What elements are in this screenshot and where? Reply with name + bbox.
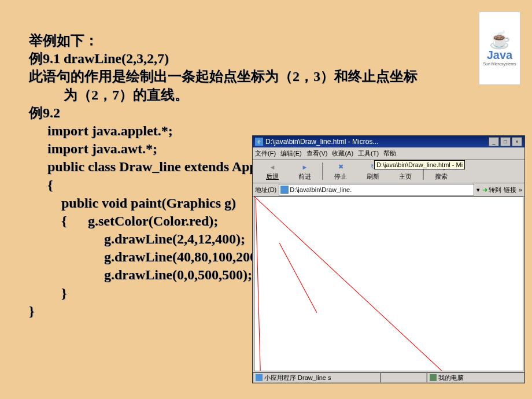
address-dropdown[interactable]: ▾ <box>476 186 480 194</box>
code-brace-open: { <box>61 212 84 230</box>
line-example-9-2: 例9.2 <box>29 104 486 122</box>
stop-label: 停止 <box>334 172 347 181</box>
window-title: D:\java\bin\Draw_line.html - Micros... <box>265 138 487 146</box>
code-setcolor: g.setColor(Color.red); <box>88 213 218 228</box>
address-text: D:\java\bin\Draw_line. <box>290 186 352 193</box>
maximize-button[interactable]: □ <box>500 137 511 146</box>
browser-window: e D:\java\bin\Draw_line.html - Micros...… <box>252 135 525 383</box>
go-icon: ➜ <box>482 186 487 194</box>
menu-file[interactable]: 文件(F) <box>255 149 276 158</box>
menubar: 文件(F) 编辑(E) 查看(V) 收藏(A) 工具(T) 帮助 <box>253 147 524 160</box>
forward-button[interactable]: ► 前进 <box>289 160 321 183</box>
menu-edit[interactable]: 编辑(E) <box>280 149 302 158</box>
status-left: 小应用程序 Draw_line s <box>253 372 380 383</box>
slide: ☕ Java Sun Microsystems 举例如下： 例9.1 drawL… <box>0 0 532 399</box>
ie-icon: e <box>255 138 263 146</box>
back-arrow-icon: ◄ <box>267 162 278 172</box>
applet-canvas <box>254 197 523 371</box>
forward-arrow-icon: ► <box>299 162 311 172</box>
menu-tools[interactable]: 工具(T) <box>358 149 379 158</box>
computer-icon <box>430 374 437 381</box>
forward-label: 前进 <box>298 172 311 181</box>
status-right-text: 我的电脑 <box>438 374 464 382</box>
address-input[interactable]: D:\java\bin\Draw_line. <box>279 184 474 195</box>
stop-button[interactable]: ✖ 停止 <box>324 160 357 183</box>
back-button[interactable]: ◄ 后退 <box>256 160 289 183</box>
address-bar: 地址(D) D:\java\bin\Draw_line. ▾ ➜ 转到 链接 » <box>253 183 524 197</box>
back-label: 后退 <box>266 172 279 181</box>
java-cup-icon: ☕ <box>489 31 511 49</box>
go-button[interactable]: ➜ 转到 <box>482 186 501 194</box>
links-expand[interactable]: » <box>519 186 522 193</box>
minimize-button[interactable]: _ <box>489 137 499 146</box>
status-bar: 小应用程序 Draw_line s 我的电脑 <box>253 372 524 383</box>
menu-view[interactable]: 查看(V) <box>306 149 328 158</box>
line-explain-2: 为（2，7）的直线。 <box>29 86 486 104</box>
go-label: 转到 <box>489 186 501 194</box>
status-mid <box>380 372 427 383</box>
page-icon <box>280 186 289 194</box>
stop-icon: ✖ <box>335 162 346 172</box>
svg-line-1 <box>279 243 317 312</box>
toolbar-separator <box>322 162 323 180</box>
links-label[interactable]: 链接 <box>504 186 516 194</box>
refresh-label: 刷新 <box>367 172 379 181</box>
search-label: 搜索 <box>435 172 448 181</box>
address-label: 地址(D) <box>255 186 276 194</box>
line-example-9-1: 例9.1 drawLine(2,3,2,7) <box>29 50 486 68</box>
line-intro: 举例如下： <box>29 32 486 50</box>
title-tooltip: D:\java\bin\Draw_line.html - Mi <box>374 160 465 169</box>
status-right: 我的电脑 <box>427 372 524 383</box>
line-explain-1: 此语句的作用是绘制出一条起始点坐标为（2，3）和终止点坐标 <box>29 68 486 86</box>
svg-line-0 <box>256 199 262 371</box>
java-brand: Java <box>487 49 513 62</box>
close-button[interactable]: × <box>512 137 522 146</box>
menu-favorites[interactable]: 收藏(A) <box>332 149 353 158</box>
menu-help[interactable]: 帮助 <box>383 149 396 158</box>
status-left-text: 小应用程序 Draw_line s <box>264 374 331 382</box>
svg-line-2 <box>254 197 523 371</box>
titlebar[interactable]: e D:\java\bin\Draw_line.html - Micros...… <box>253 136 524 147</box>
java-subtitle: Sun Microsystems <box>483 62 516 66</box>
page-viewport <box>254 196 523 371</box>
applet-icon <box>256 374 263 381</box>
home-label: 主页 <box>399 172 412 181</box>
